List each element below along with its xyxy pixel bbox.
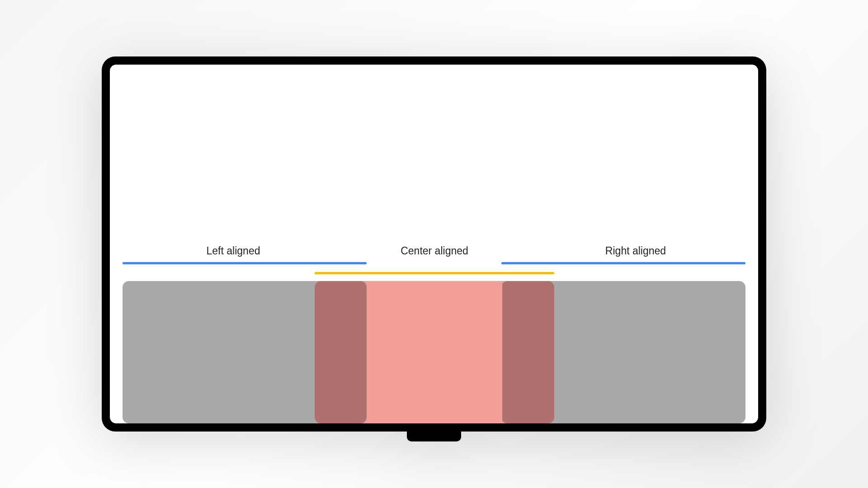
monitor-bezel: Left aligned Center aligned Right aligne… (102, 56, 766, 432)
right-aligned-indicator (501, 262, 745, 264)
left-aligned-indicator (123, 262, 367, 264)
cards-row (123, 281, 745, 423)
left-aligned-label: Left aligned (207, 245, 260, 257)
indicator-lines (123, 262, 745, 276)
monitor-frame: Left aligned Center aligned Right aligne… (102, 56, 766, 432)
screen-viewport: Left aligned Center aligned Right aligne… (110, 65, 758, 423)
labels-row: Left aligned Center aligned Right aligne… (123, 245, 745, 258)
alignment-diagram: Left aligned Center aligned Right aligne… (123, 245, 745, 423)
center-aligned-label: Center aligned (401, 245, 468, 257)
center-aligned-card-body (367, 281, 502, 423)
center-aligned-indicator (315, 272, 554, 274)
overlap-region-right (502, 281, 554, 423)
right-aligned-label: Right aligned (605, 245, 666, 257)
overlap-region-left (315, 281, 367, 423)
monitor-stand (407, 428, 461, 441)
